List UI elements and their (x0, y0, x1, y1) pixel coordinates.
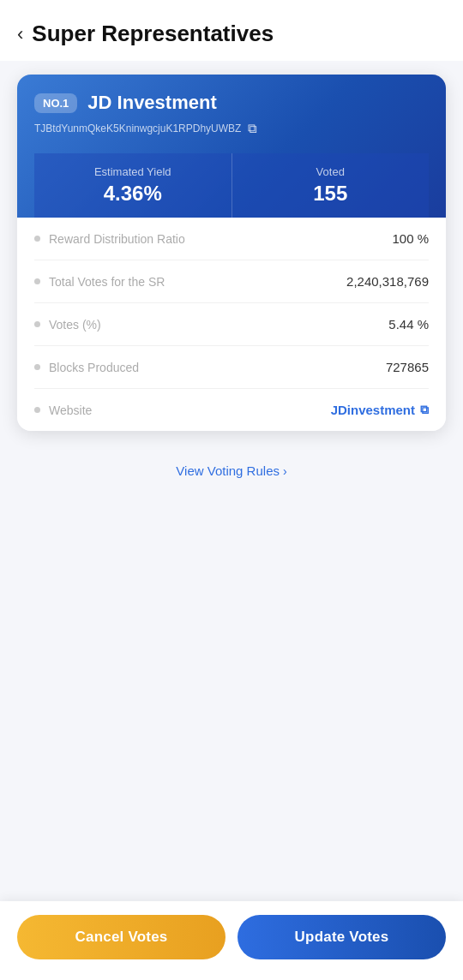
dot-icon (34, 278, 40, 284)
update-votes-button[interactable]: Update Votes (238, 915, 446, 959)
copy-website-icon[interactable]: ⧉ (420, 403, 429, 417)
header: ‹ Super Representatives (0, 0, 463, 61)
card-header: NO.1 JD Investment TJBtdYunmQkeK5Kninwgc… (17, 75, 446, 218)
voted-label: Voted (241, 165, 421, 178)
info-label-text: Website (49, 403, 92, 417)
voting-rules-label: View Voting Rules (176, 463, 280, 478)
back-button[interactable]: ‹ (17, 23, 23, 45)
estimated-yield-block: Estimated Yield 4.36% (34, 153, 232, 218)
info-label: Total Votes for the SR (34, 275, 165, 289)
info-label: Website (34, 403, 92, 417)
view-voting-rules-link[interactable]: View Voting Rules › (0, 445, 463, 487)
sr-address: TJBtdYunmQkeK5KninwgcjuK1RPDhyUWBZ (34, 122, 241, 134)
voted-value: 155 (241, 182, 421, 206)
sr-card: NO.1 JD Investment TJBtdYunmQkeK5Kninwgc… (17, 75, 446, 431)
info-label: Reward Distribution Ratio (34, 232, 185, 246)
card-body: Reward Distribution Ratio100 %Total Vote… (17, 218, 446, 431)
info-label-text: Reward Distribution Ratio (49, 232, 185, 246)
info-label: Blocks Produced (34, 361, 139, 374)
cancel-votes-button[interactable]: Cancel Votes (17, 915, 225, 959)
copy-address-icon[interactable]: ⧉ (248, 121, 257, 136)
estimated-yield-value: 4.36% (43, 182, 223, 206)
page-title: Super Representatives (32, 21, 274, 47)
info-value[interactable]: JDinvestment⧉ (331, 403, 429, 417)
info-value: 5.44 % (388, 317, 429, 332)
chevron-right-icon: › (283, 464, 287, 478)
info-label: Votes (%) (34, 318, 101, 332)
info-row: Blocks Produced727865 (34, 346, 429, 389)
info-row: Total Votes for the SR2,240,318,769 (34, 260, 429, 303)
info-label-text: Votes (%) (49, 318, 101, 332)
rank-badge: NO.1 (34, 93, 77, 113)
voted-block: Voted 155 (232, 153, 430, 218)
website-link-text: JDinvestment (331, 403, 415, 417)
dot-icon (34, 364, 40, 370)
info-value: 100 % (392, 231, 429, 246)
dot-icon (34, 407, 40, 413)
info-label-text: Blocks Produced (49, 361, 139, 374)
sr-name: JD Investment (87, 92, 216, 114)
info-row: Reward Distribution Ratio100 % (34, 218, 429, 260)
info-label-text: Total Votes for the SR (49, 275, 165, 289)
card-stats: Estimated Yield 4.36% Voted 155 (34, 153, 429, 218)
dot-icon (34, 321, 40, 327)
info-value: 2,240,318,769 (346, 274, 429, 289)
info-row[interactable]: WebsiteJDinvestment⧉ (34, 389, 429, 431)
estimated-yield-label: Estimated Yield (43, 165, 223, 178)
info-value: 727865 (386, 360, 429, 374)
dot-icon (34, 236, 40, 242)
bottom-bar: Cancel Votes Update Votes (0, 901, 463, 980)
info-row: Votes (%)5.44 % (34, 303, 429, 346)
